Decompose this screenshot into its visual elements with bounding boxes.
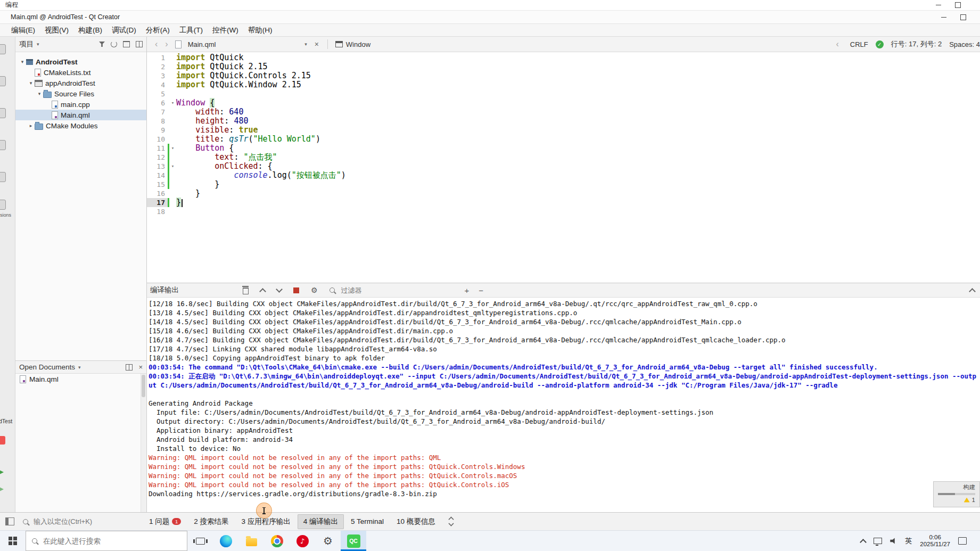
menu-item-4[interactable]: 调试(D) <box>107 24 141 36</box>
tree-item-main-cpp[interactable]: main.cpp <box>15 99 146 110</box>
debug-run-button-icon[interactable] <box>0 486 4 492</box>
clear-output-icon[interactable] <box>243 287 249 294</box>
run-button-icon[interactable] <box>0 469 4 475</box>
filter-icon[interactable] <box>99 42 105 47</box>
tree-item-cmake-modules[interactable]: ▸CMake Modules <box>15 120 146 131</box>
hidden-icons-chevron[interactable] <box>860 539 867 546</box>
output-panel-button-2[interactable]: 2 搜索结果 <box>188 514 234 529</box>
overflow-chevron-icon[interactable]: ‹ <box>833 39 843 49</box>
code-line-15[interactable]: 15 } <box>147 180 980 189</box>
open-document-main-qml[interactable]: Main.qml <box>15 374 146 384</box>
go-back-icon[interactable]: ‹ <box>151 39 161 49</box>
taskbar-app-qt-creator[interactable]: QC <box>341 531 366 551</box>
fold-marker-icon[interactable]: ▾ <box>169 144 176 153</box>
sync-with-editor-icon[interactable] <box>111 41 117 47</box>
next-item-icon[interactable] <box>276 286 283 293</box>
filter-input[interactable] <box>340 286 401 295</box>
projects-pane-title[interactable]: 项目 <box>19 39 34 49</box>
tree-item-androidtest[interactable]: ▾AndroidTest <box>15 56 146 67</box>
settings-gear-icon[interactable]: ⚙ <box>311 286 318 294</box>
mode-edit-icon[interactable] <box>0 76 6 86</box>
code-line-14[interactable]: 14 console.log("按钮被点击") <box>147 171 980 180</box>
taskbar-app-settings[interactable]: ⚙ <box>315 531 341 551</box>
code-status-icon[interactable]: ✓ <box>876 40 884 48</box>
zoom-out-icon[interactable]: − <box>479 286 483 294</box>
code-line-13[interactable]: 13▾ onClicked: { <box>147 162 980 171</box>
taskbar-app-task-view[interactable] <box>187 531 213 551</box>
code-line-6[interactable]: 6▾Window { <box>147 98 980 108</box>
menu-item-8[interactable]: 帮助(H) <box>243 24 277 36</box>
minimize-icon[interactable] <box>941 17 946 18</box>
mode-extensions-icon[interactable] <box>0 200 6 210</box>
mode-projects-icon[interactable] <box>0 172 6 182</box>
ime-language-indicator[interactable]: 英 <box>905 536 912 546</box>
output-panel-button-4[interactable]: 4 编译输出 <box>298 514 344 529</box>
code-editor[interactable]: 1import QtQuick2import QtQuick 2.153impo… <box>147 52 980 283</box>
output-panel-button-5[interactable]: 5 Terminal <box>345 515 390 528</box>
menu-item-6[interactable]: 工具(T) <box>175 24 208 36</box>
volume-icon[interactable] <box>890 538 897 544</box>
taskbar-search-input[interactable] <box>42 537 167 546</box>
scrollbar[interactable] <box>141 374 146 512</box>
split-pane-icon[interactable] <box>123 41 130 47</box>
open-documents-title[interactable]: Open Documents <box>19 363 75 371</box>
code-line-1[interactable]: 1import QtQuick <box>147 53 980 62</box>
taskbar-app-edge[interactable] <box>213 531 238 551</box>
display-network-icon[interactable] <box>874 538 882 544</box>
output-panel-button-1[interactable]: 1 问题1 <box>143 514 187 529</box>
maximize-icon[interactable] <box>960 14 966 20</box>
split-pane-icon[interactable] <box>126 364 133 371</box>
chevron-down-icon[interactable]: ▾ <box>37 42 39 47</box>
menu-item-3[interactable]: 构建(B) <box>73 24 107 36</box>
cursor-position-indicator[interactable]: 行号: 17, 列号: 2 <box>891 39 942 49</box>
menu-item-1[interactable]: 编辑(E) <box>6 24 40 36</box>
outer-maximize-icon[interactable] <box>955 2 961 8</box>
mode-design-icon[interactable] <box>0 108 6 118</box>
menu-item-2[interactable]: 视图(V) <box>40 24 73 36</box>
output-pane-arrows[interactable] <box>449 516 453 528</box>
go-forward-icon[interactable]: › <box>161 39 171 49</box>
tree-item-cmakelists-txt[interactable]: CMakeLists.txt <box>15 67 146 78</box>
debug-button-icon[interactable] <box>0 436 5 445</box>
compile-output-log[interactable]: [12/18 16.8/sec] Building CXX object CMa… <box>147 298 980 512</box>
taskbar-app-music[interactable]: ♪ <box>290 531 315 551</box>
taskbar-app-chrome[interactable] <box>264 531 290 551</box>
previous-item-icon[interactable] <box>259 288 266 295</box>
indent-indicator[interactable]: Spaces: 4 <box>949 40 980 48</box>
expander-icon[interactable]: ▸ <box>27 123 35 128</box>
clock[interactable]: 0:06 2025/11/27 <box>920 534 950 548</box>
outer-minimize-icon[interactable] <box>936 5 941 5</box>
maximize-pane-icon[interactable] <box>969 288 976 295</box>
line-ending-indicator[interactable]: CRLF <box>850 40 868 48</box>
code-line-12[interactable]: 12 text: "点击我" <box>147 153 980 162</box>
code-line-8[interactable]: 8 height: 480 <box>147 117 980 126</box>
code-line-4[interactable]: 4import QtQuick.Window 2.15 <box>147 80 980 89</box>
kit-selector-label[interactable]: dTest <box>0 418 12 424</box>
stop-icon[interactable] <box>293 287 299 293</box>
chevron-down-icon[interactable]: ▾ <box>304 42 307 47</box>
code-line-3[interactable]: 3import QtQuick.Controls 2.15 <box>147 71 980 80</box>
code-line-10[interactable]: 10 title: qsTr("Hello World") <box>147 135 980 144</box>
code-line-7[interactable]: 7 width: 640 <box>147 108 980 117</box>
locator-input[interactable] <box>32 517 120 526</box>
code-line-18[interactable]: 18 <box>147 207 980 216</box>
outline-selector[interactable]: Window <box>332 40 374 48</box>
tree-item-source-files[interactable]: ▾Source Files <box>15 88 146 99</box>
output-panel-button-6[interactable]: 10 概要信息 <box>391 514 441 529</box>
menu-item-5[interactable]: 分析(A) <box>141 24 175 36</box>
mode-welcome-icon[interactable] <box>0 44 6 54</box>
close-document-icon[interactable]: × <box>310 40 323 48</box>
menu-item-7[interactable]: 控件(W) <box>208 24 243 36</box>
chevron-down-icon[interactable]: ▾ <box>78 365 81 370</box>
code-line-17[interactable]: 17} <box>147 198 980 207</box>
fold-marker-icon[interactable]: ▾ <box>169 162 176 171</box>
zoom-in-icon[interactable]: + <box>465 286 470 294</box>
build-progress-popup[interactable]: 构建 1 <box>933 481 980 507</box>
toggle-sidebar-icon[interactable] <box>5 517 14 525</box>
expander-icon[interactable]: ▾ <box>36 91 43 96</box>
close-pane-icon[interactable]: × <box>138 364 143 371</box>
open-document-selector[interactable]: Main.qml ▾ <box>185 40 310 48</box>
tree-item-main-qml[interactable]: Main.qml <box>15 110 146 120</box>
mode-debug-icon[interactable] <box>0 140 6 150</box>
action-center-icon[interactable] <box>958 537 967 545</box>
